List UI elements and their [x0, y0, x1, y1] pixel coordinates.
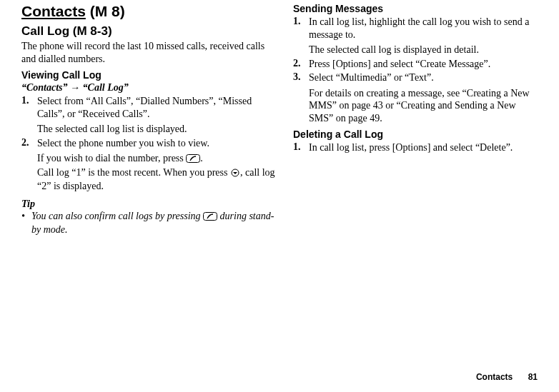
- tip-heading: Tip: [21, 198, 276, 210]
- section-title: Call Log (M 8-3): [21, 24, 276, 39]
- step-text: Select from “All Calls”, “Dialled Number…: [37, 96, 252, 119]
- page-title: Contacts (M 8): [21, 3, 276, 20]
- step-body: Press [Options] and select “Create Messa…: [309, 58, 538, 71]
- step-number: 2.: [293, 58, 309, 71]
- section-intro: The phone will record the last 10 missed…: [21, 40, 276, 65]
- nav-contacts: “Contacts”: [21, 82, 68, 93]
- section-title-text: Call Log: [21, 24, 69, 38]
- step-sub-a: If you wish to dial the number, press: [37, 153, 186, 164]
- step-number: 2.: [21, 137, 37, 193]
- step-text: Select the phone number you wish to view…: [37, 138, 209, 149]
- step-sub: For details on creating a message, see “…: [309, 87, 538, 125]
- left-column: Contacts (M 8) Call Log (M 8-3) The phon…: [21, 3, 276, 236]
- steps-viewing: 1. Select from “All Calls”, “Dialled Num…: [21, 95, 276, 193]
- tip-bullet: •: [21, 210, 31, 236]
- step-number: 1.: [21, 95, 37, 136]
- page-title-code: (M 8): [90, 3, 125, 19]
- step-text: In call log list, press [Options] and se…: [309, 142, 513, 153]
- step-body: In call log list, highlight the call log…: [309, 16, 538, 56]
- step-sub: If you wish to dial the number, press . …: [37, 152, 276, 193]
- step-item: 2. Press [Options] and select “Create Me…: [293, 58, 538, 71]
- step-body: In call log list, press [Options] and se…: [309, 141, 538, 154]
- step-body: Select the phone number you wish to view…: [37, 137, 276, 193]
- step-number: 3.: [293, 71, 309, 124]
- svg-rect-2: [204, 212, 217, 220]
- nav-arrow: →: [70, 82, 80, 93]
- section-title-code: (M 8-3): [73, 24, 112, 38]
- nav-path: “Contacts” → “Call Log”: [21, 82, 276, 94]
- step-body: Select from “All Calls”, “Dialled Number…: [37, 95, 276, 136]
- step-body: Select “Multimedia” or “Text”. For detai…: [309, 71, 538, 124]
- dial-key-icon: [186, 154, 200, 166]
- footer-label: Contacts: [476, 372, 513, 382]
- step-sub: The selected call log is displayed in de…: [309, 44, 538, 56]
- step-sub-b: .: [200, 153, 203, 164]
- step-text: Press [Options] and select “Create Messa…: [309, 59, 490, 69]
- dial-key-icon: [203, 211, 217, 224]
- tip-text-a: You can also confirm call logs by pressi…: [31, 211, 203, 221]
- step-number: 1.: [293, 141, 309, 154]
- page-footer: Contacts 81: [476, 372, 538, 382]
- nav-calllog: “Call Log”: [83, 82, 129, 93]
- step-item: 3. Select “Multimedia” or “Text”. For de…: [293, 71, 538, 124]
- step-item: 1. In call log list, press [Options] and…: [293, 141, 538, 154]
- right-column: Sending Messages 1. In call log list, hi…: [293, 3, 538, 236]
- footer-page-number: 81: [528, 372, 538, 382]
- tip-body: • You can also confirm call logs by pres…: [21, 210, 276, 236]
- tip-text: You can also confirm call logs by pressi…: [31, 210, 276, 236]
- page-title-text: Contacts: [21, 3, 86, 19]
- svg-rect-0: [187, 155, 200, 163]
- step-item: 1. Select from “All Calls”, “Dialled Num…: [21, 95, 276, 136]
- step-item: 2. Select the phone number you wish to v…: [21, 137, 276, 193]
- step-sub: The selected call log list is displayed.: [37, 123, 276, 136]
- subsection-deleting: Deleting a Call Log: [293, 129, 538, 140]
- steps-sending: 1. In call log list, highlight the call …: [293, 16, 538, 124]
- down-key-icon: [230, 168, 240, 181]
- subsection-sending: Sending Messages: [293, 3, 538, 14]
- step-number: 1.: [293, 16, 309, 56]
- step-sub2-a: Call log “1” is the most recent. When yo…: [37, 167, 230, 178]
- page-body: Contacts (M 8) Call Log (M 8-3) The phon…: [0, 0, 559, 236]
- step-text: Select “Multimedia” or “Text”.: [309, 72, 434, 83]
- step-text: In call log list, highlight the call log…: [309, 16, 529, 40]
- step-item: 1. In call log list, highlight the call …: [293, 16, 538, 56]
- steps-deleting: 1. In call log list, press [Options] and…: [293, 141, 538, 154]
- subsection-viewing: Viewing Call Log: [21, 69, 276, 81]
